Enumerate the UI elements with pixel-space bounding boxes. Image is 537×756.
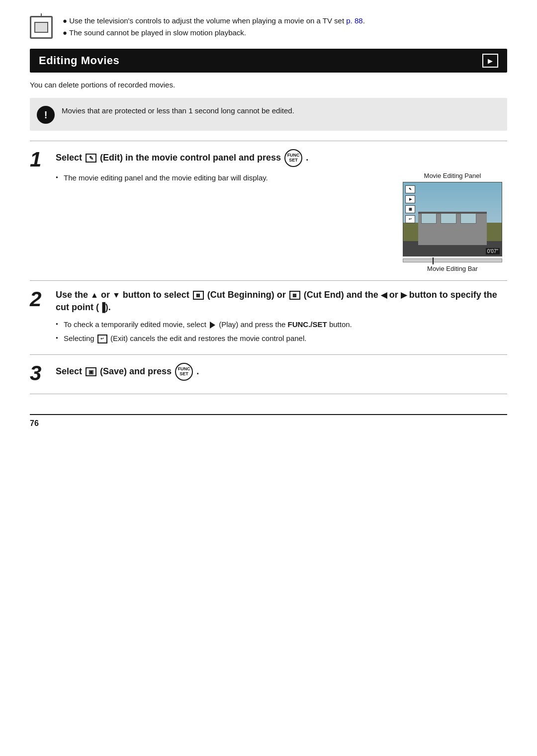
step-3-content: Select ▣ (Save) and press FUNCSET .	[56, 363, 507, 386]
steps-container: 1 Select ✎ (Edit) in the movie control p…	[30, 141, 507, 394]
page-link[interactable]: p. 88	[346, 16, 362, 25]
step-1-bullet-1: The movie editing panel and the movie ed…	[56, 172, 388, 184]
step-3-header: Select ▣ (Save) and press FUNCSET .	[56, 363, 507, 381]
playback-mode-icon: ▶	[482, 54, 498, 68]
train-image	[403, 182, 502, 256]
warning-icon: !	[37, 106, 55, 124]
movie-editing-panel-label: Movie Editing Panel	[398, 172, 507, 179]
arrow-left-icon: ◀	[381, 291, 387, 299]
movie-editing-bar-label: Movie Editing Bar	[398, 265, 507, 272]
camera-screen-preview: ✎ ▶ ▦ ↩ 0'07"	[403, 182, 502, 256]
step-1: 1 Select ✎ (Edit) in the movie control p…	[30, 141, 507, 280]
step-2: 2 Use the ▲ or ▼ button to select ▦ (Cut…	[30, 280, 507, 354]
panel-icon-3: ▦	[405, 205, 415, 213]
step-1-number: 1	[30, 149, 56, 170]
exit-icon: ↩	[97, 335, 107, 343]
arrow-right-icon: ▶	[401, 291, 407, 299]
top-note-line1: ● Use the television's controls to adjus…	[63, 15, 507, 27]
page-number: 76	[30, 419, 39, 427]
step-2-number: 2	[30, 289, 56, 310]
step-1-select-label: Select	[56, 153, 85, 163]
top-note-section: ● Use the television's controls to adjus…	[30, 15, 507, 39]
play-icon-inline	[210, 322, 215, 329]
step-3: 3 Select ▣ (Save) and press FUNCSET .	[30, 354, 507, 394]
step-3-number: 3	[30, 363, 56, 384]
step-1-bullet-list: The movie editing panel and the movie ed…	[56, 172, 388, 184]
panel-icon-2: ▶	[405, 195, 415, 203]
func-set-button-3: FUNCSET	[175, 363, 193, 381]
step-2-bullet-list: To check a temporarily edited movie, sel…	[56, 319, 507, 344]
tv-icon	[30, 16, 56, 39]
top-note-text: ● Use the television's controls to adjus…	[63, 15, 507, 39]
section-header: Editing Movies ▶	[30, 49, 507, 73]
top-note-line2: ● The sound cannot be played in slow mot…	[63, 27, 507, 39]
cut-end-icon: ▦	[289, 291, 300, 300]
panel-icons: ✎ ▶ ▦ ↩	[405, 185, 415, 223]
step-2-content: Use the ▲ or ▼ button to select ▦ (Cut B…	[56, 289, 507, 346]
step-1-mid-label: (Edit) in the movie control panel and pr…	[100, 153, 283, 163]
step-1-bullets: The movie editing panel and the movie ed…	[56, 172, 388, 186]
warning-box: ! Movies that are protected or less than…	[30, 98, 507, 131]
step-2-header: Use the ▲ or ▼ button to select ▦ (Cut B…	[56, 289, 507, 314]
func-set-button-1: FUNCSET	[284, 149, 302, 167]
section-title: Editing Movies	[39, 54, 119, 67]
editing-bar	[403, 258, 502, 262]
cut-begin-icon: ▦	[193, 291, 204, 300]
intro-text: You can delete portions of recorded movi…	[30, 81, 507, 89]
warning-text: Movies that are protected or less than 1…	[62, 105, 294, 117]
step-1-image-area: Movie Editing Panel ✎	[398, 172, 507, 272]
time-display: 0'07"	[486, 248, 500, 254]
panel-icon-1: ✎	[405, 185, 415, 193]
page-footer: 76	[30, 414, 507, 428]
panel-icon-4: ↩	[405, 215, 415, 223]
step-2-bullet-2: Selecting ↩ (Exit) cancels the edit and …	[56, 333, 507, 344]
step-1-header: Select ✎ (Edit) in the movie control pan…	[56, 149, 507, 167]
step-1-body: The movie editing panel and the movie ed…	[56, 172, 507, 272]
save-icon: ▣	[86, 367, 96, 376]
edit-icon: ✎	[86, 154, 96, 163]
step-1-content: Select ✎ (Edit) in the movie control pan…	[56, 149, 507, 272]
arrow-up-icon: ▲	[90, 291, 98, 299]
arrow-down-icon: ▼	[112, 291, 120, 299]
step-2-bullet-1: To check a temporarily edited movie, sel…	[56, 319, 507, 331]
